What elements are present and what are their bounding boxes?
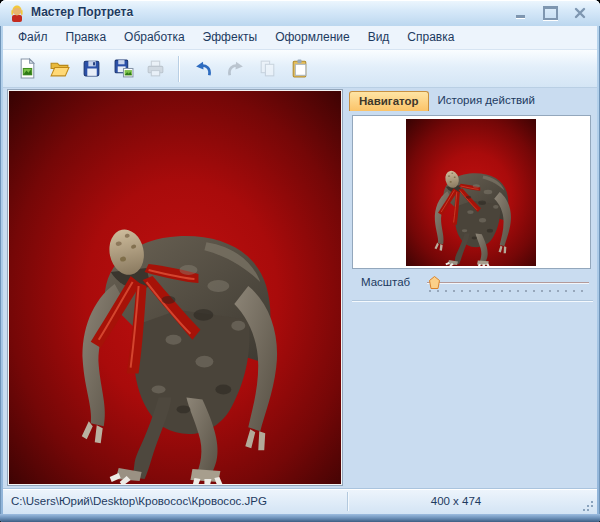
- zoom-slider-thumb[interactable]: [429, 276, 440, 289]
- tab-navigator[interactable]: Навигатор: [349, 91, 429, 111]
- navigator-box: [352, 115, 591, 269]
- maximize-icon: [543, 6, 558, 20]
- menu-processing[interactable]: Обработка: [115, 26, 194, 49]
- menu-file[interactable]: Файл: [9, 26, 57, 49]
- zoom-slider-track[interactable]: [427, 282, 589, 283]
- zoom-label: Масштаб: [361, 276, 410, 288]
- new-image-icon: [17, 58, 38, 79]
- minimize-icon: [516, 15, 525, 18]
- zoom-slider-ticks: [429, 290, 587, 292]
- panel-divider: [352, 300, 593, 302]
- main-area: Навигатор История действий Масштаб: [3, 88, 597, 488]
- side-panel: Навигатор История действий Масштаб: [347, 90, 597, 486]
- minimize-button[interactable]: [508, 5, 532, 20]
- main-image: [9, 91, 341, 484]
- save-icon: [81, 58, 102, 79]
- print-icon: [145, 58, 166, 79]
- title-bar[interactable]: Мастер Портрета: [0, 0, 600, 26]
- navigator-thumbnail[interactable]: [406, 119, 536, 266]
- open-button[interactable]: [43, 54, 75, 84]
- toolbar-separator: [178, 56, 180, 82]
- redo-button[interactable]: [219, 54, 251, 84]
- status-bar: C:\Users\Юрий\Desktop\Кровосос\Кровосос.…: [3, 488, 597, 515]
- menu-view[interactable]: Вид: [359, 26, 399, 49]
- file-path: C:\Users\Юрий\Desktop\Кровосос\Кровосос.…: [11, 489, 267, 514]
- save-as-icon: [113, 58, 134, 79]
- zoom-slider[interactable]: [427, 274, 589, 294]
- tab-history[interactable]: История действий: [429, 91, 544, 111]
- open-folder-icon: [49, 58, 70, 79]
- close-icon: [574, 7, 586, 19]
- zoom-row: Масштаб: [347, 274, 597, 294]
- close-button[interactable]: [568, 5, 592, 20]
- paste-button[interactable]: [283, 54, 315, 84]
- menu-edit[interactable]: Правка: [57, 26, 116, 49]
- resize-grip[interactable]: [581, 499, 593, 511]
- undo-button[interactable]: [187, 54, 219, 84]
- new-image-button[interactable]: [11, 54, 43, 84]
- print-button[interactable]: [139, 54, 171, 84]
- copy-icon: [257, 58, 278, 79]
- panel-tabs: Навигатор История действий: [349, 91, 544, 111]
- menu-help[interactable]: Справка: [398, 26, 463, 49]
- menu-decoration[interactable]: Оформление: [266, 26, 358, 49]
- save-as-button[interactable]: [107, 54, 139, 84]
- redo-icon: [225, 58, 246, 79]
- menu-bar: Файл Правка Обработка Эффекты Оформление…: [3, 26, 597, 50]
- copy-button[interactable]: [251, 54, 283, 84]
- image-canvas[interactable]: [7, 89, 343, 486]
- image-size: 400 x 474: [349, 489, 563, 514]
- undo-icon: [193, 58, 214, 79]
- app-icon: [8, 4, 26, 22]
- menu-effects[interactable]: Эффекты: [194, 26, 267, 49]
- window-title: Мастер Портрета: [31, 5, 133, 19]
- paste-icon: [289, 58, 310, 79]
- window-bottom-frame: [0, 514, 600, 522]
- thumbnail-image: [406, 119, 536, 266]
- app-window: Мастер Портрета Файл Правка Обработка Эф…: [0, 0, 600, 522]
- maximize-button[interactable]: [538, 5, 562, 20]
- toolbar: [3, 50, 597, 88]
- save-button[interactable]: [75, 54, 107, 84]
